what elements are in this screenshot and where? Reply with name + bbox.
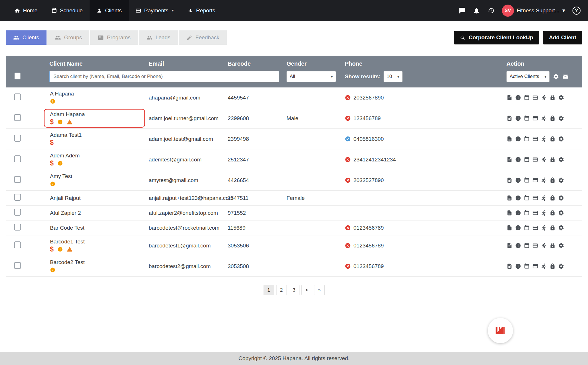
calendar-icon[interactable] (524, 136, 530, 142)
nav-clients[interactable]: Clients (90, 0, 129, 21)
bell-icon[interactable] (473, 7, 480, 14)
row-checkbox[interactable] (14, 224, 21, 231)
gear-icon[interactable] (558, 136, 564, 142)
run-icon[interactable] (541, 243, 547, 249)
dollar-flag-icon[interactable]: $ (50, 119, 54, 125)
copy-icon[interactable] (506, 210, 512, 216)
run-icon[interactable] (541, 157, 547, 163)
info-flag-icon[interactable] (57, 119, 63, 125)
gear-icon[interactable] (558, 115, 564, 121)
show-results-select[interactable]: 10 ▾ (384, 71, 403, 82)
row-checkbox[interactable] (14, 135, 21, 142)
gear-icon[interactable] (558, 195, 564, 201)
lock-icon[interactable] (550, 225, 556, 231)
gear-icon[interactable] (558, 210, 564, 216)
calendar-icon[interactable] (524, 210, 530, 216)
row-checkbox[interactable] (14, 194, 21, 201)
client-name[interactable]: Barcode2 Test (50, 259, 144, 266)
gear-icon[interactable] (558, 95, 564, 101)
dollar-flag-icon[interactable]: $ (50, 246, 54, 253)
client-name[interactable]: Adama Test1 (50, 132, 144, 138)
page-button[interactable]: > (301, 285, 312, 295)
credit-card-icon[interactable] (532, 136, 538, 142)
credit-card-icon[interactable] (532, 243, 538, 249)
run-icon[interactable] (541, 95, 547, 101)
gear-icon[interactable] (558, 177, 564, 183)
client-name[interactable]: Amy Test (50, 173, 144, 179)
gear-icon[interactable] (558, 243, 564, 249)
calendar-icon[interactable] (524, 243, 530, 249)
nav-schedule[interactable]: Schedule (45, 0, 90, 21)
page-button[interactable]: 1 (264, 285, 274, 295)
tab-groups[interactable]: Groups (47, 30, 89, 45)
client-name[interactable]: Atul Zapier 2 (50, 210, 144, 216)
calendar-icon[interactable] (524, 177, 530, 183)
gear-icon[interactable] (558, 263, 564, 269)
run-icon[interactable] (541, 263, 547, 269)
info-flag-icon[interactable] (57, 161, 63, 166)
credit-card-icon[interactable] (532, 195, 538, 201)
lock-icon[interactable] (550, 210, 556, 216)
history-icon[interactable] (488, 7, 494, 14)
client-name[interactable]: Bar Code Test (50, 225, 144, 231)
add-client-button[interactable]: Add Client (543, 31, 582, 44)
info-flag-icon[interactable] (50, 181, 55, 187)
copy-icon[interactable] (506, 95, 512, 101)
chat-icon[interactable] (459, 7, 466, 14)
copy-icon[interactable] (506, 177, 512, 183)
client-name[interactable]: Adam Hapana (50, 111, 144, 118)
tab-clients[interactable]: Clients (6, 30, 47, 45)
run-icon[interactable] (541, 225, 547, 231)
client-name[interactable]: A Hapana (50, 91, 144, 97)
run-icon[interactable] (541, 115, 547, 121)
lock-icon[interactable] (550, 195, 556, 201)
calendar-icon[interactable] (524, 115, 530, 121)
envelope-icon[interactable] (562, 74, 568, 80)
nav-reports[interactable]: Reports (181, 0, 222, 21)
info-icon[interactable] (515, 136, 521, 142)
nav-home[interactable]: Home (7, 0, 45, 21)
row-checkbox[interactable] (14, 93, 21, 100)
nav-payments[interactable]: Payments ▾ (129, 0, 181, 21)
row-checkbox[interactable] (14, 176, 21, 183)
run-icon[interactable] (541, 210, 547, 216)
row-checkbox[interactable] (14, 241, 21, 248)
gender-filter-select[interactable]: All ▾ (287, 71, 336, 82)
help-icon[interactable]: ? (572, 7, 581, 15)
info-icon[interactable] (515, 225, 521, 231)
copy-icon[interactable] (506, 263, 512, 269)
run-icon[interactable] (541, 136, 547, 142)
credit-card-icon[interactable] (532, 210, 538, 216)
info-icon[interactable] (515, 177, 521, 183)
info-icon[interactable] (515, 243, 521, 249)
tab-programs[interactable]: Programs (90, 30, 138, 45)
run-icon[interactable] (541, 177, 547, 183)
client-name[interactable]: Barcode1 Test (50, 239, 144, 245)
gear-icon[interactable] (558, 157, 564, 163)
credit-card-icon[interactable] (532, 115, 538, 121)
lock-icon[interactable] (550, 263, 556, 269)
credit-card-icon[interactable] (532, 177, 538, 183)
page-button[interactable]: » (314, 285, 325, 295)
info-flag-icon[interactable] (50, 267, 55, 273)
lock-icon[interactable] (550, 243, 556, 249)
info-icon[interactable] (515, 95, 521, 101)
calendar-icon[interactable] (524, 95, 530, 101)
row-checkbox[interactable] (14, 114, 21, 121)
calendar-icon[interactable] (524, 195, 530, 201)
calendar-icon[interactable] (524, 225, 530, 231)
info-flag-icon[interactable] (57, 247, 63, 252)
tab-leads[interactable]: Leads (139, 30, 178, 45)
row-checkbox[interactable] (14, 209, 21, 216)
barcode-scan-button[interactable] (488, 318, 513, 343)
copy-icon[interactable] (506, 115, 512, 121)
copy-icon[interactable] (506, 136, 512, 142)
tab-feedback[interactable]: Feedback (179, 30, 227, 45)
calendar-icon[interactable] (524, 263, 530, 269)
client-search-input[interactable] (49, 71, 279, 82)
credit-card-icon[interactable] (532, 225, 538, 231)
copy-icon[interactable] (506, 157, 512, 163)
calendar-icon[interactable] (524, 157, 530, 163)
credit-card-icon[interactable] (532, 263, 538, 269)
gear-icon[interactable] (558, 225, 564, 231)
